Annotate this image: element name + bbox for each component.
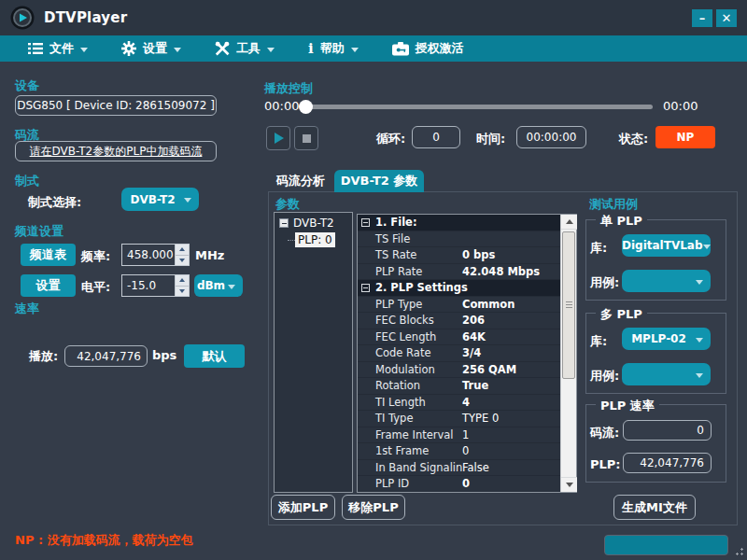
progress-bar	[604, 535, 728, 555]
param-label: PLP Rate	[358, 265, 462, 278]
single-lib-dropdown[interactable]: DigitalTVLab	[622, 234, 711, 257]
tab-dvbt2-params[interactable]: DVB-T2 参数	[334, 170, 424, 192]
param-row[interactable]: 1st Frame0	[358, 443, 560, 460]
level-unit-dropdown[interactable]: dBm	[194, 274, 243, 297]
param-value: TYPE 0	[462, 412, 499, 425]
param-group-row[interactable]: 1. File:	[358, 215, 560, 231]
license-icon	[392, 42, 409, 56]
chevron-down-icon	[267, 48, 275, 52]
menu-tools[interactable]: 工具	[215, 40, 275, 57]
time-field[interactable]: 00:00:00	[516, 126, 586, 148]
status-badge[interactable]: NP	[655, 126, 715, 148]
menu-help[interactable]: i 帮助	[308, 40, 359, 57]
time-label: 时间:	[476, 131, 505, 147]
tree-node-plp0[interactable]: PLP: 0	[288, 232, 352, 247]
collapse-icon[interactable]	[279, 218, 289, 228]
device-field[interactable]: DSG850 [ Device ID: 2861509072 ]	[15, 95, 217, 116]
param-value: False	[462, 461, 489, 474]
multi-lib-dropdown[interactable]: MPLP-02	[622, 328, 711, 350]
scrollbar[interactable]	[560, 215, 576, 492]
play-rate-field[interactable]: 42,047,776	[64, 345, 148, 367]
default-button[interactable]: 默认	[184, 344, 245, 368]
single-case-dropdown[interactable]	[622, 270, 711, 292]
param-row[interactable]: PLP ID0	[358, 476, 560, 492]
channel-table-button[interactable]: 频道表	[21, 244, 76, 266]
param-row[interactable]: FEC Blocks206	[358, 313, 560, 329]
remove-plp-button[interactable]: 移除PLP	[342, 495, 405, 520]
total-time: 00:00	[663, 99, 698, 113]
menu-license-activate[interactable]: 授权激活	[392, 40, 464, 57]
close-button[interactable]: ✕	[716, 9, 737, 27]
loop-field[interactable]: 0	[412, 126, 460, 148]
scroll-down-icon[interactable]	[561, 477, 577, 492]
seek-slider[interactable]	[301, 105, 653, 109]
seek-slider-handle[interactable]	[299, 100, 313, 114]
param-value: 3/4	[462, 346, 481, 359]
spin-down-icon[interactable]	[176, 287, 189, 297]
resize-grip-icon[interactable]	[732, 544, 744, 556]
param-group-row[interactable]: 2. PLP Settings	[358, 280, 560, 297]
generate-mi-button[interactable]: 生成MI文件	[613, 495, 696, 520]
param-value: 1	[462, 428, 469, 441]
param-row[interactable]: PLP Rate42.048 Mbps	[358, 264, 560, 281]
plp-rate-stream-field[interactable]: 0	[623, 420, 712, 441]
collapse-box-icon[interactable]	[361, 284, 370, 292]
param-label: In Band Signalin	[358, 461, 462, 474]
param-row[interactable]: FEC Length64K	[358, 329, 560, 346]
param-row[interactable]: RotationTrue	[358, 378, 560, 395]
param-value: 64K	[462, 330, 486, 343]
spin-down-icon[interactable]	[176, 256, 189, 266]
param-label: PLP ID	[358, 477, 462, 490]
param-row[interactable]: TS File	[358, 231, 560, 248]
scroll-up-icon[interactable]	[561, 215, 577, 230]
standard-dropdown[interactable]: DVB-T2	[121, 188, 199, 211]
window-title: DTVPlayer	[44, 9, 127, 26]
play-button[interactable]	[266, 126, 290, 150]
collapse-box-icon[interactable]	[361, 218, 370, 227]
param-label: Frame Interval	[358, 428, 462, 441]
param-row[interactable]: TS Rate0 bps	[358, 247, 560, 264]
stream-field[interactable]: 请在DVB-T2参数的PLP中加载码流	[15, 141, 217, 161]
thumb-grip	[566, 301, 572, 310]
menu-file[interactable]: 文件	[28, 40, 88, 57]
frequency-stepper[interactable]: 458.000	[121, 244, 190, 266]
menu-settings[interactable]: 设置	[121, 40, 181, 57]
param-row[interactable]: Code Rate3/4	[358, 345, 560, 362]
single-case-label: 用例:	[590, 274, 619, 291]
spin-up-icon[interactable]	[176, 245, 189, 256]
param-label: PLP Type	[358, 298, 462, 311]
play-rate-unit: bps	[152, 348, 176, 362]
tree-node-dvbt2[interactable]: DVB-T2	[275, 213, 352, 230]
param-row[interactable]: PLP TypeCommon	[358, 297, 560, 314]
stop-button[interactable]	[294, 126, 318, 150]
param-row[interactable]: Modulation256 QAM	[358, 362, 560, 379]
param-value: True	[462, 379, 488, 392]
param-row[interactable]: TI TypeTYPE 0	[358, 411, 560, 427]
stop-icon	[303, 134, 311, 143]
chevron-down-icon	[228, 285, 235, 289]
set-button[interactable]: 设置	[21, 274, 76, 297]
param-row[interactable]: In Band SignalinFalse	[358, 460, 560, 477]
chevron-down-icon	[696, 373, 703, 378]
minimize-button[interactable]: –	[692, 9, 712, 27]
param-row[interactable]: Frame Interval1	[358, 427, 560, 444]
rate-heading: 速率	[15, 301, 39, 317]
level-stepper[interactable]: -15.0	[121, 274, 190, 297]
param-label: TS Rate	[358, 248, 462, 261]
param-label: FEC Blocks	[358, 314, 462, 327]
plp-rate-plp-field[interactable]: 42,047,776	[623, 453, 712, 473]
plp-rate-title: PLP 速率	[596, 398, 659, 414]
add-plp-button[interactable]: 添加PLP	[271, 495, 335, 520]
tab-stream-analysis[interactable]: 码流分析	[268, 171, 333, 191]
chevron-down-icon	[703, 245, 711, 249]
chevron-down-icon	[351, 48, 359, 52]
param-label: TI Length	[358, 396, 462, 409]
spin-up-icon[interactable]	[176, 275, 189, 287]
param-value: 42.048 Mbps	[462, 265, 540, 278]
channel-heading: 频道设置	[15, 223, 63, 240]
param-row[interactable]: TI Length4	[358, 395, 560, 412]
multi-plp-title: 多 PLP	[596, 306, 647, 323]
scrollbar-thumb[interactable]	[562, 231, 575, 379]
multi-case-dropdown[interactable]	[622, 363, 711, 385]
list-icon	[28, 42, 43, 55]
